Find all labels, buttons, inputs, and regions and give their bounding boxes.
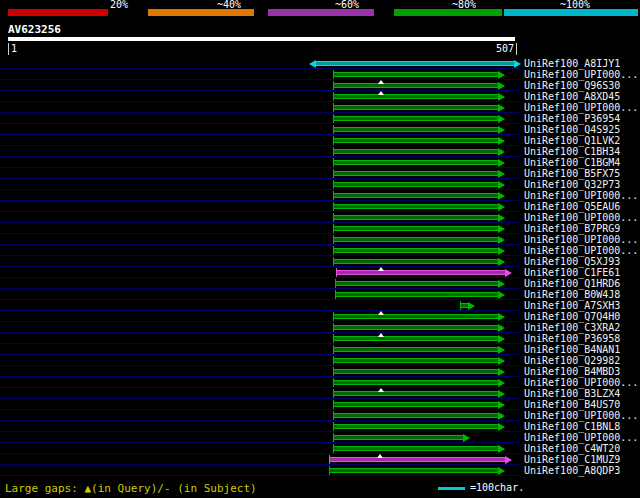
- hit-label[interactable]: UniRef100_UPI000...: [524, 102, 638, 113]
- arrowhead-right-icon: [498, 148, 505, 156]
- alignment-bar[interactable]: [334, 325, 498, 330]
- hit-label[interactable]: UniRef100_Q4S925: [524, 124, 620, 135]
- hit-label[interactable]: UniRef100_UPI000...: [524, 377, 638, 388]
- start-tick: [333, 169, 334, 178]
- alignment-bar[interactable]: [334, 94, 498, 99]
- alignment-row: UniRef100_Q1LVK2: [0, 135, 640, 146]
- arrowhead-right-icon: [498, 313, 505, 321]
- alignment-bar[interactable]: [334, 358, 498, 363]
- alignment-bar[interactable]: [336, 292, 498, 297]
- scale-key-label: ~60%: [335, 0, 359, 10]
- alignment-bar[interactable]: [334, 446, 498, 451]
- alignment-bar[interactable]: [334, 402, 498, 407]
- alignment-bar[interactable]: [334, 435, 463, 440]
- hit-label[interactable]: UniRef100_A8XD45: [524, 91, 620, 102]
- arrowhead-right-icon: [498, 93, 505, 101]
- hit-label[interactable]: UniRef100_UPI000...: [524, 410, 638, 421]
- alignment-bar[interactable]: [334, 336, 498, 341]
- hit-label[interactable]: UniRef100_P36958: [524, 333, 620, 344]
- hit-label[interactable]: UniRef100_Q29982: [524, 355, 620, 366]
- alignment-bar[interactable]: [316, 61, 514, 66]
- start-tick: [333, 213, 334, 222]
- alignment-row: UniRef100_Q32P73: [0, 179, 640, 190]
- hit-label[interactable]: UniRef100_C1MUZ9: [524, 454, 620, 465]
- hit-label[interactable]: UniRef100_Q1HRD6: [524, 278, 620, 289]
- alignment-row: UniRef100_A8IJY1: [0, 58, 640, 69]
- alignment-row: UniRef100_UPI000...: [0, 432, 640, 443]
- alignment-bar[interactable]: [334, 237, 498, 242]
- hit-label[interactable]: UniRef100_B4MBD3: [524, 366, 620, 377]
- scale-key-label: ~80%: [452, 0, 476, 10]
- alignment-bar[interactable]: [334, 160, 498, 165]
- hit-label[interactable]: UniRef100_A8IJY1: [524, 58, 620, 69]
- alignment-bar[interactable]: [334, 259, 498, 264]
- hit-label[interactable]: UniRef100_B4NAN1: [524, 344, 620, 355]
- hit-label[interactable]: UniRef100_A8QDP3: [524, 465, 620, 476]
- alignment-bar[interactable]: [334, 226, 498, 231]
- alignment-bar[interactable]: [334, 171, 498, 176]
- alignment-bar[interactable]: [334, 182, 498, 187]
- alignment-bar[interactable]: [334, 83, 498, 88]
- alignment-bar[interactable]: [330, 457, 505, 462]
- hit-label[interactable]: UniRef100_UPI000...: [524, 234, 638, 245]
- arrowhead-right-icon: [498, 192, 505, 200]
- alignment-bar[interactable]: [461, 303, 468, 308]
- alignment-bar[interactable]: [334, 215, 498, 220]
- arrowhead-right-icon: [498, 280, 505, 288]
- alignment-bar[interactable]: [334, 127, 498, 132]
- hit-label[interactable]: UniRef100_UPI000...: [524, 212, 638, 223]
- alignment-bar[interactable]: [334, 314, 498, 319]
- hit-label[interactable]: UniRef100_B0W4J8: [524, 289, 620, 300]
- hit-label[interactable]: UniRef100_Q5XJ93: [524, 256, 620, 267]
- hit-label[interactable]: UniRef100_UPI000...: [524, 190, 638, 201]
- alignment-bar[interactable]: [334, 413, 498, 418]
- alignment-bar[interactable]: [334, 424, 498, 429]
- alignment-row: UniRef100_UPI000...: [0, 377, 640, 388]
- alignment-row: UniRef100_B7PRG9: [0, 223, 640, 234]
- alignment-bar[interactable]: [337, 270, 505, 275]
- alignment-row: UniRef100_C1BNL8: [0, 421, 640, 432]
- alignment-bar[interactable]: [334, 105, 498, 110]
- hit-label[interactable]: UniRef100_C3XRA2: [524, 322, 620, 333]
- hit-label[interactable]: UniRef100_UPI000...: [524, 69, 638, 80]
- start-tick: [333, 180, 334, 189]
- hit-label[interactable]: UniRef100_Q7Q4H0: [524, 311, 620, 322]
- hit-label[interactable]: UniRef100_C1BGM4: [524, 157, 620, 168]
- alignment-bar[interactable]: [334, 116, 498, 121]
- arrowhead-right-icon: [463, 434, 470, 442]
- alignment-bar[interactable]: [334, 391, 498, 396]
- scale-key-segment: [148, 9, 254, 16]
- hit-label[interactable]: UniRef100_P36954: [524, 113, 620, 124]
- alignment-bar[interactable]: [334, 248, 498, 253]
- hit-label[interactable]: UniRef100_UPI000...: [524, 245, 638, 256]
- arrowhead-right-icon: [505, 269, 512, 277]
- hit-label[interactable]: UniRef100_C1BNL8: [524, 421, 620, 432]
- hit-label[interactable]: UniRef100_B4US70: [524, 399, 620, 410]
- hit-label[interactable]: UniRef100_A7SXH3: [524, 300, 620, 311]
- hit-label[interactable]: UniRef100_Q32P73: [524, 179, 620, 190]
- hit-label[interactable]: UniRef100_Q96S30: [524, 80, 620, 91]
- hit-label[interactable]: UniRef100_C1FE61: [524, 267, 620, 278]
- alignment-bar[interactable]: [330, 468, 498, 473]
- hit-label[interactable]: UniRef100_C1BH34: [524, 146, 620, 157]
- start-tick: [333, 158, 334, 167]
- start-tick: [333, 323, 334, 332]
- hit-label[interactable]: UniRef100_B3LZX4: [524, 388, 620, 399]
- hit-label[interactable]: UniRef100_Q1LVK2: [524, 135, 620, 146]
- hit-label[interactable]: UniRef100_C4WT20: [524, 443, 620, 454]
- alignment-bar[interactable]: [334, 347, 498, 352]
- alignment-bar[interactable]: [334, 193, 498, 198]
- arrowhead-right-icon: [498, 236, 505, 244]
- alignment-bar[interactable]: [334, 149, 498, 154]
- hit-label[interactable]: UniRef100_B5FX75: [524, 168, 620, 179]
- alignment-bar[interactable]: [334, 380, 498, 385]
- alignment-bar[interactable]: [334, 72, 498, 77]
- alignment-bar[interactable]: [336, 281, 498, 286]
- hit-label[interactable]: UniRef100_Q5EAU6: [524, 201, 620, 212]
- alignment-row: UniRef100_A8QDP3: [0, 465, 640, 476]
- alignment-bar[interactable]: [334, 369, 498, 374]
- alignment-bar[interactable]: [334, 204, 498, 209]
- hit-label[interactable]: UniRef100_UPI000...: [524, 432, 638, 443]
- hit-label[interactable]: UniRef100_B7PRG9: [524, 223, 620, 234]
- alignment-bar[interactable]: [334, 138, 498, 143]
